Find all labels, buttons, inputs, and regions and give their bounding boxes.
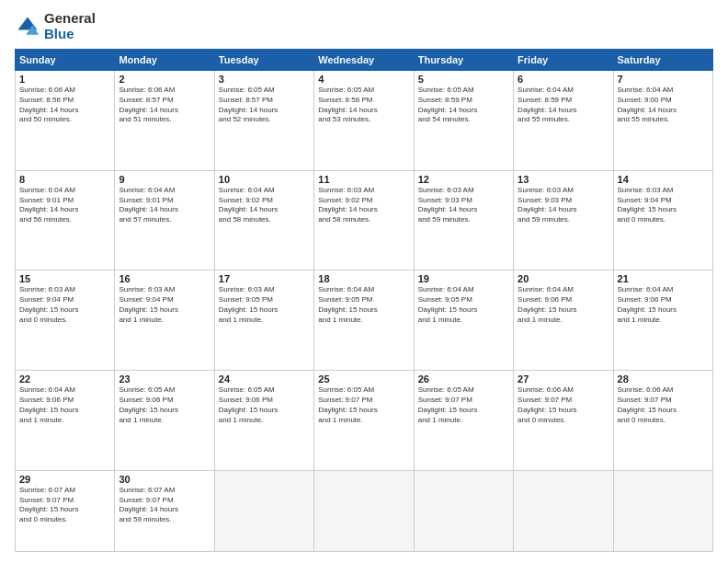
calendar-cell: 26Sunrise: 6:05 AM Sunset: 9:07 PM Dayli… — [414, 371, 513, 471]
calendar-cell: 9Sunrise: 6:04 AM Sunset: 9:01 PM Daylig… — [115, 170, 214, 270]
day-info: Sunrise: 6:06 AM Sunset: 9:07 PM Dayligh… — [618, 385, 709, 425]
logo-text: General Blue — [44, 11, 96, 41]
day-number: 18 — [318, 273, 409, 284]
day-info: Sunrise: 6:05 AM Sunset: 8:59 PM Dayligh… — [418, 86, 509, 125]
day-number: 14 — [618, 174, 709, 185]
calendar-cell: 21Sunrise: 6:04 AM Sunset: 9:06 PM Dayli… — [613, 270, 712, 371]
day-number: 26 — [418, 373, 509, 385]
calendar-cell: 13Sunrise: 6:03 AM Sunset: 9:03 PM Dayli… — [514, 170, 613, 270]
day-info: Sunrise: 6:04 AM Sunset: 9:06 PM Dayligh… — [518, 285, 609, 325]
calendar-cell: 20Sunrise: 6:04 AM Sunset: 9:06 PM Dayli… — [514, 270, 613, 371]
day-info: Sunrise: 6:05 AM Sunset: 9:07 PM Dayligh… — [418, 385, 509, 425]
day-number: 24 — [219, 373, 310, 385]
calendar-cell: 1Sunrise: 6:06 AM Sunset: 8:56 PM Daylig… — [16, 71, 115, 171]
day-info: Sunrise: 6:05 AM Sunset: 9:07 PM Dayligh… — [318, 385, 409, 425]
calendar-week-row-1: 1Sunrise: 6:06 AM Sunset: 8:56 PM Daylig… — [16, 71, 713, 171]
calendar-cell: 28Sunrise: 6:06 AM Sunset: 9:07 PM Dayli… — [613, 371, 712, 471]
day-info: Sunrise: 6:03 AM Sunset: 9:03 PM Dayligh… — [418, 186, 509, 225]
day-number: 29 — [19, 474, 110, 485]
day-info: Sunrise: 6:06 AM Sunset: 8:57 PM Dayligh… — [119, 86, 210, 125]
calendar-cell: 14Sunrise: 6:03 AM Sunset: 9:04 PM Dayli… — [613, 170, 712, 270]
day-info: Sunrise: 6:06 AM Sunset: 8:56 PM Dayligh… — [19, 86, 110, 125]
logo-icon — [15, 14, 40, 40]
calendar-cell: 17Sunrise: 6:03 AM Sunset: 9:05 PM Dayli… — [214, 270, 313, 371]
calendar-cell — [214, 470, 313, 551]
calendar-cell: 22Sunrise: 6:04 AM Sunset: 9:06 PM Dayli… — [16, 371, 115, 471]
weekday-header-sunday: Sunday — [16, 50, 115, 71]
day-number: 10 — [219, 174, 310, 185]
day-info: Sunrise: 6:03 AM Sunset: 9:04 PM Dayligh… — [119, 285, 210, 325]
calendar-week-row-3: 15Sunrise: 6:03 AM Sunset: 9:04 PM Dayli… — [16, 270, 713, 371]
day-number: 7 — [618, 74, 709, 85]
calendar-cell: 23Sunrise: 6:05 AM Sunset: 9:06 PM Dayli… — [115, 371, 214, 471]
day-number: 19 — [418, 273, 509, 284]
calendar-cell — [613, 470, 712, 551]
day-info: Sunrise: 6:05 AM Sunset: 9:06 PM Dayligh… — [119, 385, 210, 425]
calendar-cell: 24Sunrise: 6:05 AM Sunset: 9:06 PM Dayli… — [214, 371, 313, 471]
day-number: 22 — [19, 373, 110, 385]
day-info: Sunrise: 6:03 AM Sunset: 9:05 PM Dayligh… — [219, 285, 310, 325]
calendar-cell: 4Sunrise: 6:05 AM Sunset: 8:58 PM Daylig… — [314, 71, 414, 171]
calendar-cell: 16Sunrise: 6:03 AM Sunset: 9:04 PM Dayli… — [115, 270, 214, 371]
day-info: Sunrise: 6:04 AM Sunset: 9:00 PM Dayligh… — [618, 86, 709, 125]
day-number: 21 — [618, 273, 709, 284]
weekday-header-monday: Monday — [115, 50, 214, 71]
day-number: 17 — [219, 273, 310, 284]
weekday-header-wednesday: Wednesday — [314, 50, 414, 71]
day-info: Sunrise: 6:07 AM Sunset: 9:07 PM Dayligh… — [19, 486, 110, 525]
calendar-week-row-5: 29Sunrise: 6:07 AM Sunset: 9:07 PM Dayli… — [16, 470, 713, 551]
calendar-cell: 12Sunrise: 6:03 AM Sunset: 9:03 PM Dayli… — [414, 170, 513, 270]
day-info: Sunrise: 6:03 AM Sunset: 9:03 PM Dayligh… — [518, 186, 609, 225]
day-number: 20 — [518, 273, 609, 284]
day-number: 13 — [518, 174, 609, 185]
day-info: Sunrise: 6:06 AM Sunset: 9:07 PM Dayligh… — [518, 385, 609, 425]
day-info: Sunrise: 6:04 AM Sunset: 9:05 PM Dayligh… — [318, 285, 409, 325]
calendar-cell: 11Sunrise: 6:03 AM Sunset: 9:02 PM Dayli… — [314, 170, 414, 270]
day-number: 9 — [119, 174, 210, 185]
calendar-cell — [414, 470, 513, 551]
weekday-header-tuesday: Tuesday — [214, 50, 313, 71]
day-info: Sunrise: 6:03 AM Sunset: 9:04 PM Dayligh… — [19, 285, 110, 325]
calendar-cell: 5Sunrise: 6:05 AM Sunset: 8:59 PM Daylig… — [414, 71, 513, 171]
logo: General Blue — [15, 11, 96, 41]
day-number: 25 — [318, 373, 409, 385]
day-info: Sunrise: 6:04 AM Sunset: 9:06 PM Dayligh… — [618, 285, 709, 325]
day-number: 15 — [19, 273, 110, 284]
weekday-header-thursday: Thursday — [414, 50, 513, 71]
day-number: 1 — [19, 74, 110, 85]
weekday-header-friday: Friday — [514, 50, 613, 71]
day-number: 4 — [318, 74, 409, 85]
day-info: Sunrise: 6:05 AM Sunset: 8:58 PM Dayligh… — [318, 86, 409, 125]
day-number: 28 — [618, 373, 709, 385]
day-number: 5 — [418, 74, 509, 85]
day-number: 6 — [518, 74, 609, 85]
calendar-cell: 29Sunrise: 6:07 AM Sunset: 9:07 PM Dayli… — [16, 470, 115, 551]
page: General Blue SundayMondayTuesdayWednesda… — [0, 0, 728, 563]
calendar-cell: 18Sunrise: 6:04 AM Sunset: 9:05 PM Dayli… — [314, 270, 414, 371]
weekday-header-row: SundayMondayTuesdayWednesdayThursdayFrid… — [16, 50, 713, 71]
logo-general: General — [44, 11, 96, 27]
day-info: Sunrise: 6:04 AM Sunset: 8:59 PM Dayligh… — [518, 86, 609, 125]
calendar-week-row-2: 8Sunrise: 6:04 AM Sunset: 9:01 PM Daylig… — [16, 170, 713, 270]
calendar-cell: 30Sunrise: 6:07 AM Sunset: 9:07 PM Dayli… — [115, 470, 214, 551]
calendar-cell: 7Sunrise: 6:04 AM Sunset: 9:00 PM Daylig… — [613, 71, 712, 171]
day-info: Sunrise: 6:04 AM Sunset: 9:02 PM Dayligh… — [219, 186, 310, 225]
day-info: Sunrise: 6:05 AM Sunset: 9:06 PM Dayligh… — [219, 385, 310, 425]
calendar-table: SundayMondayTuesdayWednesdayThursdayFrid… — [15, 49, 713, 552]
day-number: 8 — [19, 174, 110, 185]
calendar-cell: 19Sunrise: 6:04 AM Sunset: 9:05 PM Dayli… — [414, 270, 513, 371]
logo-blue: Blue — [44, 27, 96, 42]
day-number: 3 — [219, 74, 310, 85]
weekday-header-saturday: Saturday — [613, 50, 712, 71]
calendar-cell: 2Sunrise: 6:06 AM Sunset: 8:57 PM Daylig… — [115, 71, 214, 171]
calendar-cell: 15Sunrise: 6:03 AM Sunset: 9:04 PM Dayli… — [16, 270, 115, 371]
calendar-cell: 3Sunrise: 6:05 AM Sunset: 8:57 PM Daylig… — [214, 71, 313, 171]
calendar-cell — [514, 470, 613, 551]
day-info: Sunrise: 6:04 AM Sunset: 9:01 PM Dayligh… — [119, 186, 210, 225]
day-info: Sunrise: 6:04 AM Sunset: 9:05 PM Dayligh… — [418, 285, 509, 325]
calendar-cell: 27Sunrise: 6:06 AM Sunset: 9:07 PM Dayli… — [514, 371, 613, 471]
day-number: 27 — [518, 373, 609, 385]
day-info: Sunrise: 6:03 AM Sunset: 9:02 PM Dayligh… — [318, 186, 409, 225]
day-info: Sunrise: 6:05 AM Sunset: 8:57 PM Dayligh… — [219, 86, 310, 125]
header: General Blue — [15, 11, 713, 41]
